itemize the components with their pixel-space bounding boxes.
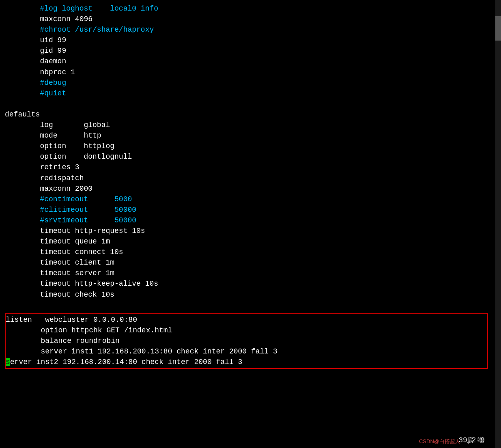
line-1: #log loghost local0 info — [5, 3, 488, 14]
line-17: redispatch — [5, 173, 488, 183]
line-5: gid 99 — [5, 45, 488, 56]
line-25: timeout client 1m — [5, 257, 488, 268]
line-29 — [5, 300, 488, 310]
line-13: mode http — [5, 130, 488, 141]
line-4: uid 99 — [5, 35, 488, 45]
csdn-watermark: CSDN@白搭超人 — [419, 438, 460, 446]
line-7: nbproc 1 — [5, 67, 488, 78]
line-22: timeout http-request 10s — [5, 226, 488, 236]
line-18: maxconn 2000 — [5, 183, 488, 194]
line-10 — [5, 99, 488, 109]
line-26: timeout server 1m — [5, 268, 488, 278]
line-24: timeout connect 10s — [5, 247, 488, 257]
listen-line-3: balance roundrobin — [6, 336, 487, 346]
line-19: #contimeout 5000 — [5, 194, 488, 205]
line-28: timeout check 10s — [5, 289, 488, 300]
line-6: daemon — [5, 56, 488, 67]
bottom-watermark: 底 端 — [467, 436, 484, 446]
listen-line-5: server inst2 192.168.200.14:80 check int… — [6, 357, 487, 367]
cursor: s — [6, 358, 10, 366]
listen-line-1: listen webcluster 0.0.0.0:80 — [6, 314, 487, 325]
line-15: option dontlognull — [5, 151, 488, 162]
line-12: log global — [5, 120, 488, 130]
line-9: #quiet — [5, 88, 488, 99]
listen-line-2: option httpchk GET /index.html — [6, 325, 487, 336]
line-27: timeout http-keep-alive 10s — [5, 278, 488, 289]
line-3: #chroot /usr/share/haproxy — [5, 24, 488, 35]
line-11: defaults — [5, 109, 488, 120]
line-14: option httplog — [5, 141, 488, 151]
listen-line-4: server inst1 192.168.200.13:80 check int… — [6, 346, 487, 357]
listen-section: listen webcluster 0.0.0.0:80 option http… — [5, 313, 488, 369]
scrollbar[interactable] — [495, 0, 501, 448]
line-16: retries 3 — [5, 162, 488, 172]
line-23: timeout queue 1m — [5, 236, 488, 247]
code-lines: #log loghost local0 info maxconn 4096 #c… — [5, 3, 488, 310]
line-20: #clitimeout 50000 — [5, 205, 488, 215]
line-21: #srvtimeout 50000 — [5, 215, 488, 226]
scrollbar-thumb[interactable] — [495, 16, 501, 41]
editor-area: #log loghost local0 info maxconn 4096 #c… — [0, 0, 493, 448]
line-2: maxconn 4096 — [5, 14, 488, 24]
line-8: #debug — [5, 78, 488, 88]
